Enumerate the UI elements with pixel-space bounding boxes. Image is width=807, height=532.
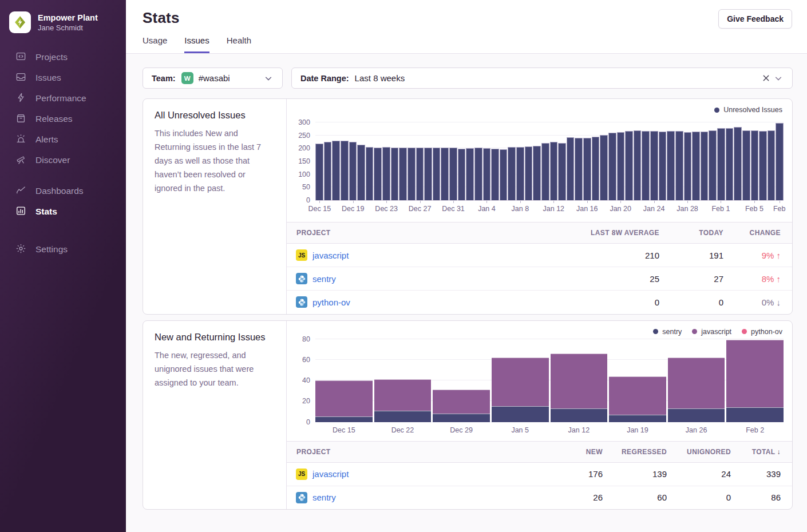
sidebar-item-stats[interactable]: Stats <box>0 201 126 222</box>
cell: 26 <box>540 486 604 509</box>
cell: 139 <box>604 462 668 486</box>
sidebar-item-discover[interactable]: Discover <box>0 150 126 170</box>
projects-icon <box>15 51 26 64</box>
sidebar-item-label: Dashboards <box>35 186 84 196</box>
sidebar-item-label: Settings <box>35 244 68 255</box>
stacked-bar-jan-12 <box>551 354 608 422</box>
cell: 0 <box>660 291 725 314</box>
bar-unresolved-issues <box>592 137 600 200</box>
legend-item-unresolved-issues[interactable]: Unresolved Issues <box>714 106 782 114</box>
clear-date-icon[interactable] <box>759 72 772 85</box>
x-tick <box>386 201 387 203</box>
bar-unresolved-issues <box>349 142 357 200</box>
bar-unresolved-issues <box>357 145 365 200</box>
bar-unresolved-issues <box>600 135 608 200</box>
sidebar-item-alerts[interactable]: Alerts <box>0 129 126 150</box>
bar-unresolved-issues <box>341 141 349 200</box>
bar-unresolved-issues <box>776 123 784 200</box>
project-link-sentry[interactable]: sentry <box>312 493 336 502</box>
bar-unresolved-issues <box>558 143 566 200</box>
y-tick-label: 0 <box>306 196 310 204</box>
x-tick-label: Jan 12 <box>551 426 608 434</box>
sidebar-item-label: Alerts <box>35 134 58 145</box>
bar-unresolved-issues <box>541 143 549 200</box>
legend-item-python-ov[interactable]: python-ov <box>742 328 782 336</box>
x-tick-label: Feb 1 <box>711 205 730 213</box>
change-cell: 9% ↑ <box>725 244 792 267</box>
column-header-project: Project <box>287 441 540 462</box>
sidebar-item-settings[interactable]: Settings <box>0 239 126 260</box>
cell: 176 <box>540 462 604 486</box>
bar-unresolved-issues <box>768 130 776 200</box>
sidebar-item-issues[interactable]: Issues <box>0 68 126 88</box>
date-range-select[interactable]: Date Range: Last 8 weeks <box>291 68 793 89</box>
bar-unresolved-issues <box>483 148 491 200</box>
bar-segment-sentry <box>726 407 784 422</box>
sidebar-item-label: Projects <box>35 52 68 62</box>
bar-unresolved-issues <box>583 138 591 200</box>
org-name: Empower Plant <box>38 13 98 23</box>
x-axis: Dec 15Dec 19Dec 23Dec 27Dec 31Jan 4Jan 8… <box>315 200 784 215</box>
team-select[interactable]: Team: W #wasabi <box>143 68 283 89</box>
bar-unresolved-issues <box>508 147 516 200</box>
sidebar-item-dashboards[interactable]: Dashboards <box>0 181 126 201</box>
legend-dot <box>714 108 719 113</box>
sidebar-item-projects[interactable]: Projects <box>0 47 126 68</box>
change-cell: 0% ↓ <box>725 291 792 314</box>
tab-bar: UsageIssuesHealth <box>126 30 807 53</box>
y-tick-label: 80 <box>302 335 310 343</box>
x-tick-label: Feb 2 <box>726 426 784 434</box>
javascript-platform-icon: JS <box>296 469 307 480</box>
bar-unresolved-issues <box>474 148 482 200</box>
y-tick-label: 100 <box>298 170 310 178</box>
bar-unresolved-issues <box>491 149 499 200</box>
bar-unresolved-issues <box>441 148 449 200</box>
org-logo-icon <box>9 11 31 33</box>
project-link-python-ov[interactable]: python-ov <box>312 297 350 307</box>
x-tick-label: Jan 5 <box>492 426 549 434</box>
stacked-bar-jan-5 <box>492 358 549 422</box>
x-tick <box>587 201 588 203</box>
x-tick-label: Jan 20 <box>610 205 631 213</box>
bar-unresolved-issues <box>533 146 541 200</box>
org-switcher[interactable]: Empower Plant Jane Schmidt <box>0 0 126 47</box>
tab-issues[interactable]: Issues <box>184 35 209 53</box>
x-tick-label: Feb 5 <box>745 205 764 213</box>
tab-health[interactable]: Health <box>227 35 251 53</box>
bar-unresolved-issues <box>701 132 709 200</box>
python-platform-icon <box>296 492 307 503</box>
x-tick <box>754 201 755 203</box>
legend-dot <box>742 329 747 334</box>
project-link-sentry[interactable]: sentry <box>312 274 336 284</box>
card-description: The new, regressed, and unignored issues… <box>155 348 275 390</box>
legend-label: python-ov <box>751 328 782 336</box>
column-header-total[interactable]: Total↓ <box>732 441 792 462</box>
stats-icon <box>15 205 26 219</box>
project-link-javascript[interactable]: javascript <box>312 251 349 260</box>
give-feedback-button[interactable]: Give Feedback <box>718 9 792 29</box>
tab-usage[interactable]: Usage <box>143 35 167 53</box>
bar-unresolved-issues <box>324 142 332 200</box>
cell: 210 <box>560 244 660 267</box>
team-avatar: W <box>181 72 193 84</box>
x-tick-label: Jan 26 <box>668 426 725 434</box>
bar-segment-javascript <box>609 376 666 415</box>
card-all-unresolved-issues: All Unresolved Issues This includes New … <box>143 98 793 315</box>
legend-item-sentry[interactable]: sentry <box>653 328 682 336</box>
bar-segment-javascript <box>551 354 608 408</box>
x-tick-label: Jan 24 <box>643 205 665 213</box>
table-row: sentry25278% ↑ <box>287 267 792 291</box>
x-tick-label: Dec 31 <box>442 205 465 213</box>
column-header-project: Project <box>287 223 560 244</box>
sidebar-item-performance[interactable]: Performance <box>0 88 126 109</box>
column-header-new: New <box>540 441 604 462</box>
bar-unresolved-issues <box>525 146 533 200</box>
unresolved-issues-chart <box>315 117 784 200</box>
legend-item-javascript[interactable]: javascript <box>692 328 731 336</box>
project-link-javascript[interactable]: javascript <box>312 469 349 479</box>
sidebar-item-releases[interactable]: Releases <box>0 109 126 129</box>
bar-unresolved-issues <box>659 132 667 200</box>
bar-unresolved-issues <box>516 147 524 200</box>
releases-icon <box>15 113 26 126</box>
x-tick-label: Dec 22 <box>374 426 432 434</box>
